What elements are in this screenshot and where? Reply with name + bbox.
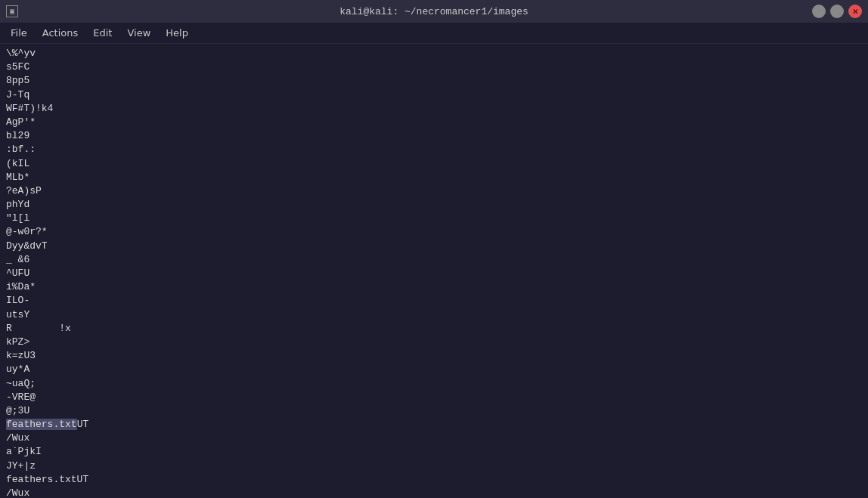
terminal-line: JY+|z	[6, 459, 862, 473]
terminal-line: _ &6	[6, 253, 862, 267]
terminal-line: (kIL	[6, 157, 862, 171]
terminal-line: ^UFU	[6, 267, 862, 280]
menu-edit[interactable]: Edit	[85, 24, 119, 42]
menu-view[interactable]: View	[119, 24, 158, 42]
terminal-window: ▣ kali@kali: ~/necromancer1/images ✕ Fil…	[0, 0, 868, 498]
title-bar: ▣ kali@kali: ~/necromancer1/images ✕	[0, 0, 868, 23]
title-bar-left: ▣	[6, 5, 24, 17]
terminal-line: kPZ>	[6, 336, 862, 349]
terminal-line: @-w0r?*	[6, 225, 862, 239]
terminal-line: "l[l	[6, 212, 862, 225]
terminal-line: 8pp5	[6, 74, 862, 88]
terminal-line: uy*A	[6, 363, 862, 376]
window-icon: ▣	[6, 5, 18, 17]
terminal-line: ILO-	[6, 294, 862, 308]
terminal-line: R !x	[6, 322, 862, 336]
terminal-line: bl29	[6, 129, 862, 143]
terminal-line: a`PjkI	[6, 445, 862, 459]
terminal-line: s5FC	[6, 60, 862, 74]
terminal-line: MLb*	[6, 171, 862, 184]
terminal-line: /Wux	[6, 431, 862, 445]
terminal-line: -VRE@	[6, 391, 862, 404]
terminal-line: @;3U	[6, 404, 862, 418]
terminal-body[interactable]: \%^yv s5FC 8pp5 J-Tq WF#T)!k4 AgP'* bl29…	[0, 44, 868, 498]
menu-help[interactable]: Help	[158, 24, 196, 42]
terminal-line: ?eA)sP	[6, 184, 862, 198]
minimize-button[interactable]	[812, 5, 826, 18]
menu-actions[interactable]: Actions	[35, 24, 86, 42]
terminal-line: Dyy&dvT	[6, 240, 862, 253]
terminal-line: /Wux	[6, 487, 862, 498]
menu-file[interactable]: File	[3, 24, 35, 42]
close-button[interactable]: ✕	[848, 5, 862, 18]
terminal-line: :bf.:	[6, 143, 862, 156]
maximize-button[interactable]	[830, 5, 844, 18]
window-title: kali@kali: ~/necromancer1/images	[339, 6, 529, 17]
terminal-line: utsY	[6, 308, 862, 322]
terminal-line: ~uaQ;	[6, 377, 862, 391]
terminal-line: \%^yv	[6, 47, 862, 60]
window-controls: ✕	[812, 5, 862, 18]
terminal-line: AgP'*	[6, 116, 862, 129]
terminal-line: phYd	[6, 198, 862, 212]
terminal-line: k=zU3	[6, 349, 862, 363]
terminal-line: i%Da*	[6, 280, 862, 294]
terminal-line-highlighted: feathers.txtUT	[6, 418, 862, 431]
terminal-line: feathers.txtUT	[6, 473, 862, 487]
menu-bar: File Actions Edit View Help	[0, 23, 868, 44]
terminal-line: J-Tq	[6, 88, 862, 102]
terminal-line: WF#T)!k4	[6, 102, 862, 116]
